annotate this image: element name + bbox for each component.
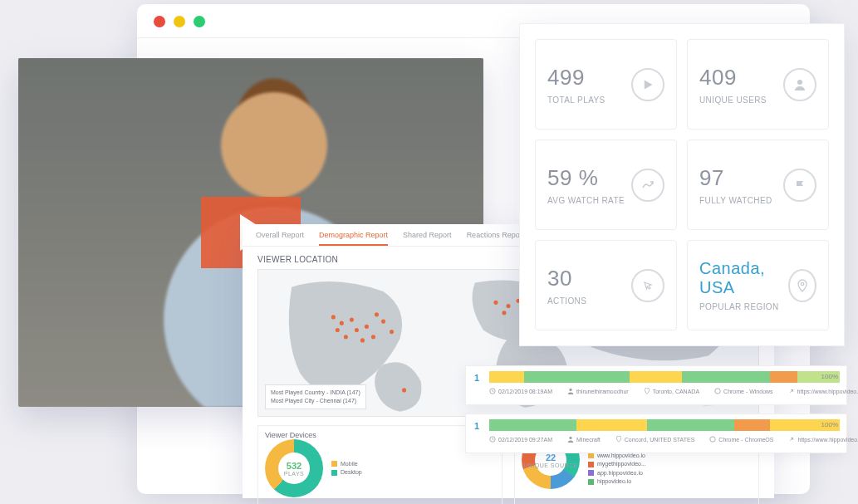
stat-fully-watched[interactable]: 97 FULLY WATCHED (687, 139, 829, 230)
legend-label: hippovideo.io (597, 477, 631, 487)
stat-label: TOTAL PLAYS (547, 95, 606, 105)
legend-label: app.hippovideo.io (597, 469, 643, 478)
svg-point-16 (502, 311, 506, 315)
source-center-label: UNIQUE SOURCE (523, 462, 578, 468)
cursor-icon (631, 269, 664, 302)
svg-point-12 (493, 301, 498, 305)
stat-label: UNIQUE USERS (699, 95, 767, 105)
watch-heatmap-bar (489, 371, 840, 383)
maximize-icon[interactable] (194, 16, 205, 27)
svg-point-9 (381, 320, 385, 324)
stat-total-plays[interactable]: 499 TOTAL PLAYS (535, 39, 677, 130)
stat-popular-region[interactable]: Canada, USA POPULAR REGION (687, 240, 829, 330)
svg-point-29 (801, 282, 803, 285)
stat-value: 97 (699, 165, 772, 191)
devices-center-label: PLAYS (284, 471, 305, 477)
stat-value: Canada, USA (699, 259, 788, 297)
session-location: Concord, UNITED STATES (615, 436, 695, 443)
svg-point-11 (390, 330, 394, 334)
close-icon[interactable] (154, 16, 165, 27)
legend-label: Desktop (341, 468, 362, 477)
session-percent: 100% (821, 421, 838, 428)
stat-value: 499 (547, 65, 606, 91)
source-center-value: 22 (546, 453, 556, 462)
session-browser: Chrome - Windows (714, 388, 773, 394)
session-location: Toronto, CANADA (644, 388, 699, 394)
stat-value: 30 (547, 266, 586, 291)
session-index: 1 (474, 373, 479, 383)
session-percent: 100% (821, 373, 838, 380)
tab-demographic[interactable]: Demographic Report (319, 231, 388, 246)
devices-donut-chart: 532 PLAYS (265, 439, 323, 497)
trend-icon (631, 169, 664, 202)
session-browser: Chrome - ChromeOS (709, 436, 773, 443)
legend-label: Mobile (341, 460, 358, 469)
map-top-city: Most Played City - Chennai (147) (271, 397, 360, 405)
svg-point-0 (331, 315, 336, 319)
svg-point-2 (350, 317, 354, 321)
session-index: 1 (474, 421, 479, 431)
stat-actions[interactable]: 30 ACTIONS (535, 240, 677, 330)
svg-point-28 (797, 80, 802, 85)
svg-point-13 (506, 304, 510, 308)
svg-point-26 (402, 388, 406, 392)
watch-heatmap-bar (489, 419, 840, 431)
minimize-icon[interactable] (174, 16, 185, 27)
stat-label: ACTIONS (547, 296, 586, 306)
source-donut-chart: 22 UNIQUE SOURCE (522, 431, 580, 489)
svg-point-35 (710, 437, 715, 442)
svg-point-4 (365, 325, 369, 329)
svg-point-5 (371, 335, 375, 339)
session-url: https://www.hippovideo.io... (788, 388, 858, 394)
stat-value: 409 (699, 65, 767, 91)
devices-center-value: 532 (287, 461, 302, 471)
svg-point-8 (336, 328, 340, 332)
svg-point-32 (715, 389, 720, 394)
devices-legend: Mobile Desktop (331, 460, 362, 477)
svg-point-6 (360, 338, 365, 342)
legend-swatch (588, 470, 594, 476)
stat-label: FULLY WATCHED (699, 196, 772, 205)
window-controls (154, 16, 205, 27)
svg-point-7 (344, 335, 348, 339)
legend-swatch (588, 479, 594, 485)
stats-panel: 499 TOTAL PLAYS 409 UNIQUE USERS 59 % AV… (519, 23, 845, 346)
svg-point-1 (340, 321, 344, 325)
session-time: 02/12/2019 08:19AM (489, 388, 552, 394)
stat-unique-users[interactable]: 409 UNIQUE USERS (687, 39, 829, 130)
svg-point-3 (355, 328, 359, 332)
stat-label: AVG WATCH RATE (547, 196, 625, 205)
tab-shared[interactable]: Shared Report (403, 231, 452, 246)
stat-avg-watch-rate[interactable]: 59 % AVG WATCH RATE (535, 139, 677, 230)
legend-swatch (331, 470, 337, 476)
viewer-devices-title: Viewer Devices (265, 431, 495, 439)
session-url: https://www.hippovideo.io... (788, 436, 858, 443)
legend-swatch (588, 462, 594, 467)
session-user: thirunethiramoodhur (567, 388, 629, 394)
tab-overall[interactable]: Overall Report (256, 231, 304, 246)
svg-point-10 (375, 312, 379, 316)
svg-point-31 (569, 389, 571, 391)
location-pin-icon (788, 269, 816, 302)
map-top-country: Most Played Country - INDIA (147) (271, 389, 360, 397)
stat-label: POPULAR REGION (699, 302, 788, 311)
map-summary-label: Most Played Country - INDIA (147) Most P… (265, 384, 366, 409)
tab-reactions[interactable]: Reactions Report (467, 231, 525, 246)
flag-icon (783, 169, 816, 202)
stat-value: 59 % (547, 165, 625, 191)
user-icon (783, 68, 816, 101)
legend-swatch (331, 461, 337, 467)
session-row[interactable]: 1 02/12/2019 08:19AM thirunethiramoodhur… (465, 365, 847, 405)
play-icon (631, 68, 664, 101)
